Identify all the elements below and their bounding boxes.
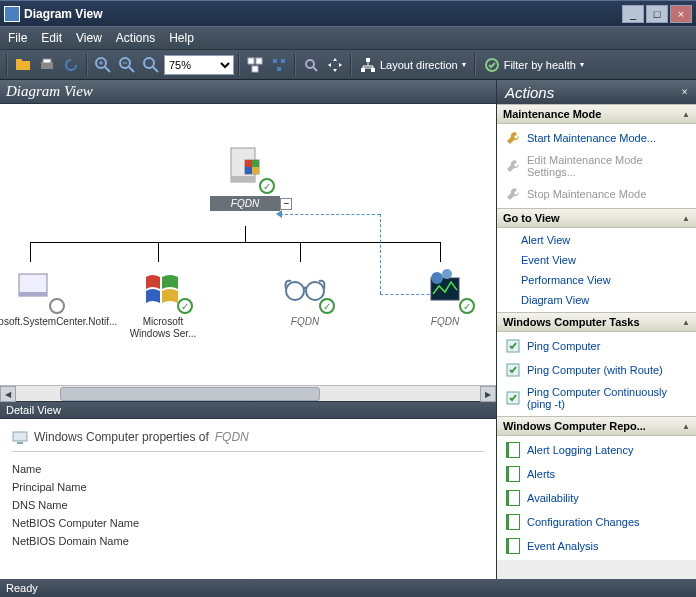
action-ping[interactable]: Ping Computer xyxy=(497,334,696,358)
layout-direction-icon xyxy=(360,57,376,73)
svg-rect-33 xyxy=(245,160,252,167)
svg-rect-18 xyxy=(277,67,281,71)
chevron-up-icon: ▲ xyxy=(682,110,690,119)
scroll-right-icon[interactable]: ▶ xyxy=(480,386,496,402)
status-bar: Ready xyxy=(0,579,696,597)
app-icon xyxy=(4,6,20,22)
action-label: Start Maintenance Mode... xyxy=(527,132,656,144)
zoom-fit-icon[interactable] xyxy=(140,54,162,76)
svg-rect-38 xyxy=(19,292,47,296)
svg-rect-0 xyxy=(16,61,30,70)
minimize-button[interactable]: _ xyxy=(622,5,644,23)
open-icon[interactable] xyxy=(12,54,34,76)
toolbar: 75% Layout direction Filter by health xyxy=(0,50,696,80)
maximize-button[interactable]: □ xyxy=(646,5,668,23)
diagram-node[interactable]: rosoft.SystemCenter.Notif... xyxy=(0,264,80,328)
svg-line-20 xyxy=(313,67,317,71)
menu-help[interactable]: Help xyxy=(169,31,194,45)
svg-rect-44 xyxy=(13,432,27,441)
scroll-thumb[interactable] xyxy=(60,387,320,401)
menu-edit[interactable]: Edit xyxy=(41,31,62,45)
window-title: Diagram View xyxy=(24,7,622,21)
svg-line-12 xyxy=(153,67,158,72)
svg-rect-16 xyxy=(273,59,277,63)
print-icon[interactable] xyxy=(36,54,58,76)
pan-icon[interactable] xyxy=(324,54,346,76)
menu-file[interactable]: File xyxy=(8,31,27,45)
health-ok-icon: ✓ xyxy=(259,178,275,194)
action-report[interactable]: Event Analysis xyxy=(497,534,696,558)
action-label: Diagram View xyxy=(521,294,589,306)
node-caption: rosoft.SystemCenter.Notif... xyxy=(0,316,75,328)
action-start-maintenance[interactable]: Start Maintenance Mode... xyxy=(497,126,696,150)
autolayout-icon[interactable] xyxy=(268,54,290,76)
chevron-up-icon: ▲ xyxy=(682,422,690,431)
diagram-node[interactable]: ✓ FQDN xyxy=(400,264,490,328)
diagram-node[interactable]: ✓ FQDN xyxy=(260,264,350,328)
report-icon xyxy=(505,514,521,530)
action-label: Ping Computer (with Route) xyxy=(527,364,663,376)
action-report[interactable]: Configuration Changes xyxy=(497,510,696,534)
filter-by-health-button[interactable]: Filter by health xyxy=(480,54,588,76)
section-maintenance-mode[interactable]: Maintenance Mode ▲ xyxy=(497,104,696,124)
collapse-toggle[interactable]: − xyxy=(280,198,292,210)
close-button[interactable]: × xyxy=(670,5,692,23)
section-title: Maintenance Mode xyxy=(503,108,601,120)
zoom-in-icon[interactable] xyxy=(92,54,114,76)
action-event-view[interactable]: Event View xyxy=(497,250,696,270)
svg-rect-45 xyxy=(17,442,23,444)
svg-rect-36 xyxy=(252,167,259,174)
find-icon[interactable] xyxy=(300,54,322,76)
action-label: Alert View xyxy=(521,234,570,246)
layout-direction-label: Layout direction xyxy=(380,59,458,71)
svg-rect-31 xyxy=(231,176,255,182)
main-area: Diagram View ✓ xyxy=(0,80,696,579)
layout-direction-button[interactable]: Layout direction xyxy=(356,54,470,76)
menu-actions[interactable]: Actions xyxy=(116,31,155,45)
diagram-root-node[interactable]: ✓ FQDN − xyxy=(200,144,290,211)
section-computer-reports[interactable]: Windows Computer Repo... ▲ xyxy=(497,416,696,436)
section-go-to-view[interactable]: Go to View ▲ xyxy=(497,208,696,228)
view-header: Diagram View xyxy=(0,80,496,104)
action-report[interactable]: Alert Logging Latency xyxy=(497,438,696,462)
detail-list: Name Principal Name DNS Name NetBIOS Com… xyxy=(12,460,484,550)
section-title: Go to View xyxy=(503,212,560,224)
health-ok-icon: ✓ xyxy=(319,298,335,314)
relayout-icon[interactable] xyxy=(244,54,266,76)
scroll-left-icon[interactable]: ◀ xyxy=(0,386,16,402)
action-report[interactable]: Availability xyxy=(497,486,696,510)
report-icon xyxy=(505,442,521,458)
svg-point-19 xyxy=(306,60,314,68)
zoom-select[interactable]: 75% xyxy=(164,55,234,75)
section-computer-tasks[interactable]: Windows Computer Tasks ▲ xyxy=(497,312,696,332)
action-label: Event Analysis xyxy=(527,540,599,552)
action-stop-maintenance: Stop Maintenance Mode xyxy=(497,182,696,206)
report-icon xyxy=(505,538,521,554)
action-diagram-view[interactable]: Diagram View xyxy=(497,290,696,310)
zoom-out-icon[interactable] xyxy=(116,54,138,76)
diagram-pane[interactable]: ✓ FQDN − xyxy=(0,104,496,385)
action-performance-view[interactable]: Performance View xyxy=(497,270,696,290)
svg-point-39 xyxy=(286,282,304,300)
left-column: Diagram View ✓ xyxy=(0,80,496,579)
filter-label: Filter by health xyxy=(504,59,576,71)
action-ping-route[interactable]: Ping Computer (with Route) xyxy=(497,358,696,382)
action-alert-view[interactable]: Alert View xyxy=(497,230,696,250)
action-label: Event View xyxy=(521,254,576,266)
svg-point-42 xyxy=(431,272,443,284)
action-ping-continuous[interactable]: Ping Computer Continuously (ping -t) xyxy=(497,382,696,414)
menu-view[interactable]: View xyxy=(76,31,102,45)
actions-close-icon[interactable]: × xyxy=(681,85,688,100)
diagram-node[interactable]: ✓ Microsoft Windows Ser... xyxy=(118,264,208,340)
horizontal-scrollbar[interactable]: ◀ ▶ xyxy=(0,385,496,401)
health-unknown-icon xyxy=(49,298,65,314)
svg-point-43 xyxy=(442,269,452,279)
task-icon xyxy=(505,338,521,354)
action-label: Ping Computer xyxy=(527,340,600,352)
detail-row: NetBIOS Computer Name xyxy=(12,514,484,532)
wrench-edit-icon xyxy=(505,158,521,174)
status-text: Ready xyxy=(6,582,38,594)
refresh-icon[interactable] xyxy=(60,54,82,76)
action-report[interactable]: Alerts xyxy=(497,462,696,486)
action-label: Stop Maintenance Mode xyxy=(527,188,646,200)
